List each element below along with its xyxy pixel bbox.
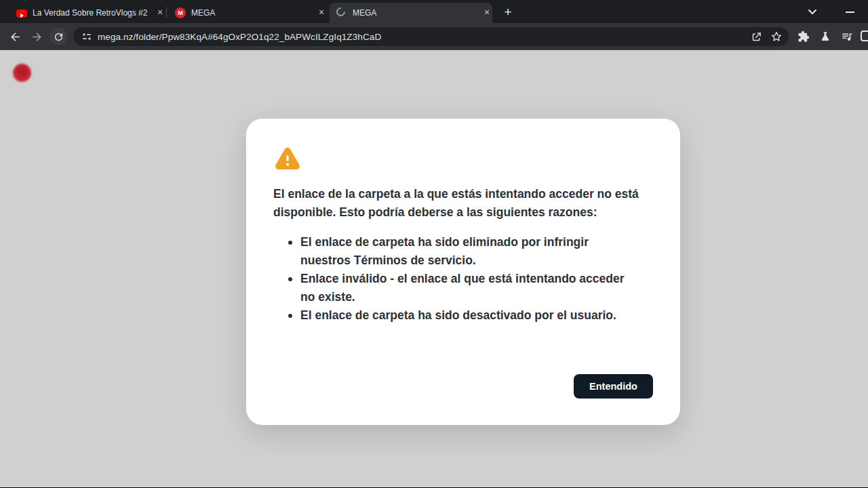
address-bar[interactable]: mega.nz/folder/Ppw83KqA#64gOxP2O1q22_bAP… <box>73 27 789 46</box>
tab-title: La Verdad Sobre RetroVlogs #2 <box>33 8 151 18</box>
warning-triangle-icon <box>273 146 302 173</box>
extensions-icon[interactable] <box>795 28 812 45</box>
tab-search-chevron-icon[interactable] <box>804 3 821 20</box>
browser-toolbar: mega.nz/folder/Ppw83KqA#64gOxP2O1q22_bAP… <box>0 23 868 50</box>
share-icon[interactable] <box>748 28 764 45</box>
tab-strip: La Verdad Sobre RetroVlogs #2 × M MEGA ×… <box>0 0 868 23</box>
forward-button[interactable] <box>28 28 45 45</box>
reload-button[interactable] <box>50 28 67 45</box>
tab-mega-1[interactable]: M MEGA × <box>168 3 327 23</box>
media-controls-icon[interactable] <box>839 28 855 45</box>
tab-title: MEGA <box>353 8 477 18</box>
new-tab-button[interactable]: + <box>499 3 517 21</box>
bookmark-star-icon[interactable] <box>768 28 785 45</box>
mega-icon: M <box>175 7 186 18</box>
mega-logo-loading <box>13 64 31 82</box>
minimize-window-button[interactable] <box>841 3 860 20</box>
reason-item: El enlace de carpeta ha sido eliminado p… <box>287 233 637 270</box>
tab-separator <box>166 7 167 18</box>
close-tab-icon[interactable]: × <box>155 7 165 18</box>
side-panel-icon[interactable] <box>861 30 868 41</box>
back-button[interactable] <box>6 28 24 45</box>
url-text: mega.nz/folder/Ppw83KqA#64gOxP2O1q22_bAP… <box>98 32 748 42</box>
youtube-icon <box>16 9 27 18</box>
confirm-button[interactable]: Entendido <box>574 374 653 399</box>
dialog-reason-list: El enlace de carpeta ha sido eliminado p… <box>287 233 637 325</box>
reason-item: Enlace inválido - el enlace al que está … <box>287 270 637 306</box>
browser-window: La Verdad Sobre RetroVlogs #2 × M MEGA ×… <box>0 0 868 488</box>
tab-title: MEGA <box>191 8 312 18</box>
folder-unavailable-dialog: El enlace de la carpeta a la que estás i… <box>246 119 680 425</box>
dialog-message: El enlace de la carpeta a la que estás i… <box>273 185 645 222</box>
tab-youtube-video[interactable]: La Verdad Sobre RetroVlogs #2 × <box>9 3 165 23</box>
reason-item: El enlace de carpeta ha sido desactivado… <box>287 306 637 325</box>
close-tab-icon[interactable]: × <box>481 7 492 18</box>
tab-mega-2-active[interactable]: MEGA × <box>330 3 492 23</box>
labs-flask-icon[interactable] <box>817 28 833 45</box>
mega-page: El enlace de la carpeta a la que estás i… <box>0 50 868 487</box>
site-settings-icon[interactable] <box>81 31 92 42</box>
close-tab-icon[interactable]: × <box>316 7 327 18</box>
loading-spinner-icon <box>336 7 347 18</box>
